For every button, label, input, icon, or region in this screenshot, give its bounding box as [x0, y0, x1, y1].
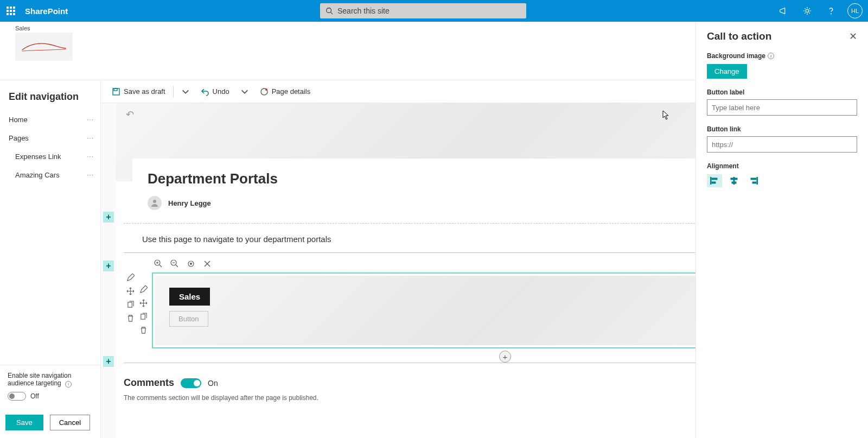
nav-item-pages[interactable]: Pages···	[0, 129, 100, 147]
app-name[interactable]: SharePoint	[25, 7, 68, 16]
section-gutter: + + +	[101, 103, 116, 438]
move-icon[interactable]	[139, 299, 148, 307]
more-icon[interactable]: ···	[87, 153, 94, 160]
svg-point-11	[806, 9, 808, 12]
svg-rect-6	[7, 13, 9, 15]
edit-icon[interactable]	[126, 274, 135, 282]
svg-rect-15	[114, 88, 117, 91]
undo-chevron[interactable]	[236, 80, 253, 103]
site-name[interactable]: Sales	[15, 25, 73, 31]
svg-rect-1	[10, 7, 12, 9]
align-center-icon[interactable]	[726, 174, 742, 187]
panel-title: Call to action	[707, 30, 771, 42]
button-label-input[interactable]	[707, 99, 857, 116]
comments-heading: Comments	[124, 377, 174, 389]
comments-toggle[interactable]	[181, 378, 201, 388]
button-label-field-label: Button label	[707, 88, 857, 96]
add-section-icon[interactable]: +	[103, 212, 114, 223]
nav-item-expenses[interactable]: Expenses Link···	[0, 147, 100, 166]
svg-rect-42	[752, 182, 756, 183]
user-avatar[interactable]: HL	[847, 3, 863, 18]
more-icon[interactable]: ···	[87, 116, 94, 123]
info-icon[interactable]: i	[768, 53, 774, 59]
comments-state: On	[208, 379, 218, 388]
property-panel: Call to action ✕ Background image i Chan…	[695, 22, 868, 438]
svg-rect-2	[13, 7, 15, 9]
change-image-button[interactable]: Change	[707, 64, 747, 79]
save-draft-chevron[interactable]	[177, 80, 194, 103]
svg-point-20	[153, 200, 156, 203]
nav-item-home[interactable]: Home···	[0, 110, 100, 129]
add-section-icon[interactable]: +	[103, 261, 114, 271]
nav-item-amazing-cars[interactable]: Amazing Cars···	[0, 166, 100, 184]
site-logo[interactable]	[15, 33, 73, 61]
close-icon[interactable]	[203, 259, 212, 268]
svg-rect-4	[10, 10, 12, 12]
audience-toggle[interactable]: Off	[8, 392, 93, 401]
svg-rect-0	[7, 7, 9, 9]
svg-rect-8	[13, 13, 15, 15]
align-left-icon[interactable]	[707, 174, 722, 187]
svg-point-12	[831, 14, 831, 14]
cta-button-placeholder[interactable]: Button	[169, 311, 208, 327]
focal-point-icon[interactable]	[187, 259, 195, 268]
add-section-icon[interactable]: +	[103, 356, 114, 367]
delete-icon[interactable]	[126, 314, 135, 322]
svg-rect-34	[710, 177, 711, 185]
svg-rect-5	[13, 10, 15, 12]
more-icon[interactable]: ···	[87, 134, 94, 142]
svg-rect-39	[732, 182, 736, 183]
svg-point-9	[327, 8, 331, 13]
svg-rect-22	[141, 314, 145, 319]
bg-image-label: Background image i	[707, 52, 857, 60]
section-tools	[124, 257, 137, 363]
nav-cancel-button[interactable]: Cancel	[50, 415, 90, 430]
add-webpart-icon[interactable]: +	[499, 351, 511, 363]
svg-line-28	[176, 265, 178, 267]
svg-rect-21	[127, 302, 132, 307]
edit-nav-title: Edit navigation	[0, 80, 100, 110]
hero-undo-icon[interactable]: ↶	[126, 109, 134, 120]
copy-icon[interactable]	[126, 301, 135, 309]
button-link-input[interactable]	[707, 136, 857, 153]
svg-point-17	[265, 88, 267, 91]
megaphone-icon[interactable]	[773, 0, 794, 22]
delete-icon[interactable]	[139, 326, 148, 334]
svg-rect-40	[757, 177, 758, 185]
align-right-icon[interactable]	[746, 174, 761, 187]
gear-icon[interactable]	[796, 0, 818, 22]
more-icon[interactable]: ···	[87, 171, 94, 179]
undo-button[interactable]: Undo	[196, 80, 234, 103]
close-icon[interactable]: ✕	[849, 30, 857, 42]
person-icon	[148, 196, 162, 210]
svg-rect-36	[712, 182, 716, 183]
save-draft-button[interactable]: Save as draft	[107, 80, 170, 103]
svg-line-24	[159, 265, 162, 267]
suite-header: SharePoint Search this site HL	[0, 0, 868, 22]
author-name[interactable]: Henry Legge	[168, 199, 211, 207]
copy-icon[interactable]	[139, 313, 148, 321]
webpart-tools	[137, 257, 150, 363]
audience-targeting-label: Enable site navigation audience targetin…	[8, 372, 71, 387]
help-icon[interactable]	[820, 0, 842, 22]
app-launcher-icon[interactable]	[0, 0, 22, 22]
button-link-field-label: Button link	[707, 125, 857, 133]
nav-save-button[interactable]: Save	[5, 415, 43, 430]
svg-rect-41	[751, 178, 756, 180]
svg-line-10	[331, 12, 333, 15]
zoom-out-icon[interactable]	[170, 259, 179, 268]
svg-rect-35	[712, 178, 717, 180]
svg-rect-3	[7, 10, 9, 12]
edit-navigation-panel: Edit navigation Home··· Pages··· Expense…	[0, 80, 101, 438]
svg-rect-38	[731, 178, 737, 180]
svg-point-31	[190, 263, 192, 265]
cta-label-text[interactable]: Sales	[169, 288, 210, 306]
page-details-button[interactable]: Page details	[256, 80, 315, 103]
alignment-label: Alignment	[707, 162, 857, 170]
zoom-in-icon[interactable]	[154, 259, 163, 268]
info-icon[interactable]: i	[65, 381, 72, 388]
search-input[interactable]: Search this site	[320, 3, 526, 18]
move-icon[interactable]	[126, 287, 135, 295]
edit-icon[interactable]	[139, 285, 148, 294]
search-placeholder: Search this site	[337, 7, 390, 15]
